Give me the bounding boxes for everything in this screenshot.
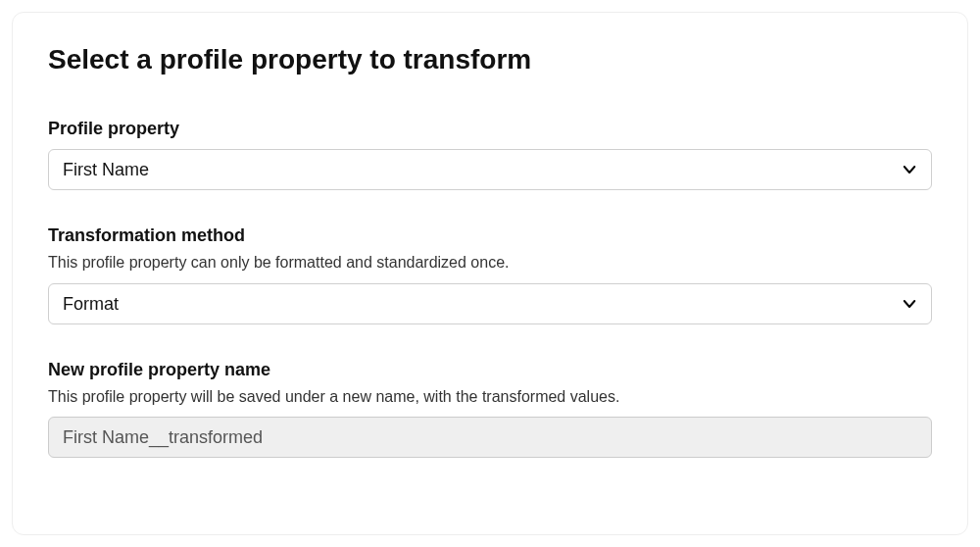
new-property-name-help: This profile property will be saved unde… <box>48 386 932 408</box>
transformation-method-value: Format <box>48 283 932 324</box>
transformation-method-group: Transformation method This profile prope… <box>48 225 932 324</box>
profile-property-label: Profile property <box>48 119 932 139</box>
profile-property-value: First Name <box>48 149 932 190</box>
transformation-method-select[interactable]: Format <box>48 283 932 324</box>
new-property-name-group: New profile property name This profile p… <box>48 360 932 459</box>
profile-property-select[interactable]: First Name <box>48 149 932 190</box>
page-title: Select a profile property to transform <box>48 44 932 75</box>
new-property-name-label: New profile property name <box>48 360 932 380</box>
transformation-method-label: Transformation method <box>48 225 932 246</box>
profile-property-group: Profile property First Name <box>48 119 932 190</box>
transform-property-card: Select a profile property to transform P… <box>12 12 968 535</box>
new-property-name-input[interactable] <box>48 417 932 458</box>
transformation-method-help: This profile property can only be format… <box>48 252 932 274</box>
